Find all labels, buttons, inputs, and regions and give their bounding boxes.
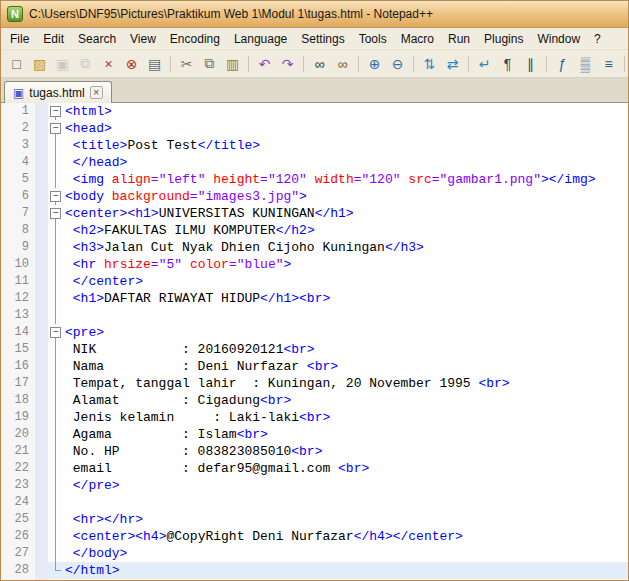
code-text[interactable]: <h3>Jalan Cut Nyak Dhien Cijoho Kuningan…: [63, 239, 628, 256]
code-text[interactable]: Nama : Deni Nurfazar <br>: [63, 358, 628, 375]
open-file-icon[interactable]: ▨: [29, 53, 50, 74]
sync-vertical-scroll-icon[interactable]: ⇅: [419, 53, 440, 74]
bookmark-margin[interactable]: [35, 511, 48, 528]
menu-help[interactable]: ?: [587, 29, 608, 49]
menu-edit[interactable]: Edit: [36, 29, 71, 49]
code-text[interactable]: Jenis kelamin : Laki-laki<br>: [63, 409, 628, 426]
fold-toggle-icon[interactable]: −: [48, 188, 63, 205]
sync-horizontal-scroll-icon[interactable]: ⇄: [442, 53, 463, 74]
replace-icon[interactable]: ∞: [332, 53, 353, 74]
menu-language[interactable]: Language: [227, 29, 294, 49]
code-text[interactable]: <center><h1>UNIVERSITAS KUNINGAN</h1>: [63, 205, 628, 222]
close-all-icon[interactable]: ⊗: [121, 53, 142, 74]
code-text[interactable]: <h2>FAKULTAS ILMU KOMPUTER</h2>: [63, 222, 628, 239]
bookmark-margin[interactable]: [35, 426, 48, 443]
title-bar[interactable]: N C:\Users\DNF95\Pictures\Praktikum Web …: [1, 1, 628, 28]
bookmark-margin[interactable]: [35, 562, 48, 579]
code-text[interactable]: Tempat, tanggal lahir : Kuningan, 20 Nov…: [63, 375, 628, 392]
bookmark-margin[interactable]: [35, 392, 48, 409]
document-switcher-icon[interactable]: ≡: [598, 53, 619, 74]
bookmark-margin[interactable]: [35, 528, 48, 545]
fold-collapse-box-icon[interactable]: −: [50, 191, 61, 202]
fold-toggle-icon[interactable]: −: [48, 103, 63, 120]
cut-icon[interactable]: ✂: [176, 53, 197, 74]
menu-settings[interactable]: Settings: [294, 29, 351, 49]
save-file-icon[interactable]: ▣: [52, 53, 73, 74]
bookmark-margin[interactable]: [35, 222, 48, 239]
fold-toggle-icon[interactable]: −: [48, 324, 63, 341]
print-icon[interactable]: ▤: [144, 53, 165, 74]
menu-tools[interactable]: Tools: [352, 29, 394, 49]
menu-file[interactable]: File: [3, 29, 36, 49]
code-text[interactable]: email : defar95@gmail.com <br>: [63, 460, 628, 477]
editor[interactable]: 1−<html>2−<head>3 <title>Post Test</titl…: [1, 103, 628, 580]
code-text[interactable]: </html>: [63, 562, 628, 579]
code-text[interactable]: </head>: [63, 154, 628, 171]
menu-view[interactable]: View: [123, 29, 163, 49]
bookmark-margin[interactable]: [35, 324, 48, 341]
paste-icon[interactable]: ▥: [222, 53, 243, 74]
code-text[interactable]: Alamat : Cigadung<br>: [63, 392, 628, 409]
menu-plugins[interactable]: Plugins: [477, 29, 530, 49]
code-text[interactable]: <hr hrsize="5" color="blue">: [63, 256, 628, 273]
code-text[interactable]: NIK : 20160920121<br>: [63, 341, 628, 358]
fold-collapse-box-icon[interactable]: −: [50, 123, 61, 134]
bookmark-margin[interactable]: [35, 494, 48, 511]
bookmark-margin[interactable]: [35, 188, 48, 205]
code-text[interactable]: Agama : Islam<br>: [63, 426, 628, 443]
bookmark-margin[interactable]: [35, 477, 48, 494]
bookmark-margin[interactable]: [35, 341, 48, 358]
menu-encoding[interactable]: Encoding: [163, 29, 227, 49]
fold-collapse-box-icon[interactable]: −: [50, 106, 61, 117]
code-text[interactable]: <hr></hr>: [63, 511, 628, 528]
code-text[interactable]: <img align="left" height="120" width="12…: [63, 171, 628, 188]
bookmark-margin[interactable]: [35, 273, 48, 290]
redo-icon[interactable]: ↷: [277, 53, 298, 74]
code-text[interactable]: <body background="images3.jpg">: [63, 188, 628, 205]
bookmark-margin[interactable]: [35, 239, 48, 256]
bookmark-margin[interactable]: [35, 290, 48, 307]
bookmark-margin[interactable]: [35, 171, 48, 188]
save-all-icon[interactable]: ⧉: [75, 53, 96, 74]
word-wrap-icon[interactable]: ↵: [474, 53, 495, 74]
code-text[interactable]: <pre>: [63, 324, 628, 341]
code-text[interactable]: [63, 307, 628, 324]
bookmark-margin[interactable]: [35, 358, 48, 375]
menu-run[interactable]: Run: [441, 29, 477, 49]
editor-empty-area[interactable]: [63, 579, 628, 580]
function-list-icon[interactable]: ƒ: [552, 53, 573, 74]
code-text[interactable]: <html>: [63, 103, 628, 120]
fold-toggle-icon[interactable]: −: [48, 120, 63, 137]
code-text[interactable]: [63, 494, 628, 511]
bookmark-margin[interactable]: [35, 545, 48, 562]
copy-icon[interactable]: ⧉: [199, 53, 220, 74]
bookmark-margin[interactable]: [35, 205, 48, 222]
bookmark-margin[interactable]: [35, 154, 48, 171]
bookmark-margin[interactable]: [35, 256, 48, 273]
code-text[interactable]: </pre>: [63, 477, 628, 494]
close-file-icon[interactable]: ×: [98, 53, 119, 74]
show-all-characters-icon[interactable]: ¶: [497, 53, 518, 74]
bookmark-margin[interactable]: [35, 137, 48, 154]
bookmark-margin[interactable]: [35, 443, 48, 460]
code-text[interactable]: <title>Post Test</title>: [63, 137, 628, 154]
bookmark-margin[interactable]: [35, 120, 48, 137]
fold-toggle-icon[interactable]: −: [48, 205, 63, 222]
code-text[interactable]: </center>: [63, 273, 628, 290]
fold-collapse-box-icon[interactable]: −: [50, 208, 61, 219]
code-text[interactable]: <h1>DAFTAR RIWAYAT HIDUP</h1><br>: [63, 290, 628, 307]
tab-tugas-html[interactable]: ▣ tugas.html ×: [4, 81, 112, 103]
zoom-in-icon[interactable]: ⊕: [364, 53, 385, 74]
bookmark-margin[interactable]: [35, 307, 48, 324]
zoom-out-icon[interactable]: ⊖: [387, 53, 408, 74]
code-text[interactable]: <center><h4>@CopyRight Deni Nurfazar</h4…: [63, 528, 628, 545]
find-icon[interactable]: ∞: [309, 53, 330, 74]
bookmark-margin[interactable]: [35, 460, 48, 477]
bookmark-margin[interactable]: [35, 375, 48, 392]
code-text[interactable]: <head>: [63, 120, 628, 137]
menu-macro[interactable]: Macro: [394, 29, 441, 49]
menu-window[interactable]: Window: [530, 29, 587, 49]
fold-collapse-box-icon[interactable]: −: [50, 327, 61, 338]
close-tab-icon[interactable]: ×: [90, 86, 103, 99]
menu-search[interactable]: Search: [71, 29, 123, 49]
